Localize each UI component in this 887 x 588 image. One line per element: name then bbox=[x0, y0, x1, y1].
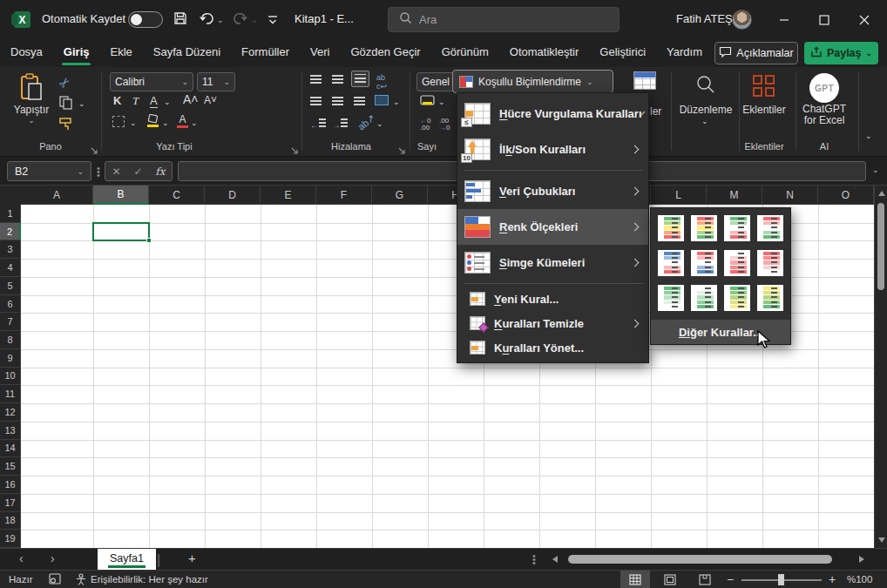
row-header-19[interactable]: 19 bbox=[0, 530, 21, 548]
enter-icon[interactable]: ✓ bbox=[133, 166, 142, 178]
add-sheet-button[interactable]: + bbox=[188, 551, 196, 565]
sheet-tab-active[interactable]: Sayfa1 bbox=[98, 549, 156, 571]
italic-button[interactable]: T bbox=[132, 94, 139, 108]
expand-formula-bar-icon[interactable]: ⌄ bbox=[872, 166, 879, 174]
ribbon-tab-g-r-n-m[interactable]: Görünüm bbox=[431, 39, 499, 67]
align-top-icon[interactable] bbox=[310, 75, 322, 84]
color-scale-option-10[interactable] bbox=[691, 285, 717, 311]
fill-handle[interactable] bbox=[146, 238, 152, 243]
macro-record-icon[interactable] bbox=[49, 573, 62, 587]
ribbon-tab-yard-m[interactable]: Yardım bbox=[656, 39, 713, 67]
comments-button[interactable]: Açıklamalar bbox=[714, 42, 798, 64]
row-header-1[interactable]: 1 bbox=[0, 205, 21, 223]
ribbon-tab-form-ller[interactable]: Formüller bbox=[231, 39, 300, 67]
fill-color-icon[interactable] bbox=[146, 114, 160, 132]
share-button[interactable]: Paylaş ⌄ bbox=[804, 42, 878, 64]
column-header-N[interactable]: N bbox=[762, 186, 818, 205]
tabbar-grip[interactable]: ••• bbox=[532, 554, 536, 564]
row-header-5[interactable]: 5 bbox=[0, 277, 21, 295]
addins-button-label[interactable]: Eklentiler bbox=[739, 104, 789, 116]
next-sheet-icon[interactable]: › bbox=[51, 551, 55, 565]
column-header-B[interactable]: B bbox=[93, 186, 149, 205]
font-name-select[interactable]: Calibri⌄ bbox=[110, 72, 193, 91]
zoom-in-button[interactable]: + bbox=[829, 572, 836, 586]
align-center-icon[interactable] bbox=[332, 97, 343, 106]
merge-dropdown-icon[interactable]: ⌄ bbox=[393, 98, 400, 106]
column-header-F[interactable]: F bbox=[316, 186, 372, 205]
wrap-text-icon[interactable]: abc↩ bbox=[376, 73, 387, 91]
column-header-M[interactable]: M bbox=[707, 186, 762, 205]
color-scale-option-8[interactable] bbox=[757, 250, 783, 276]
column-header-C[interactable]: C bbox=[149, 186, 205, 205]
menu-item-i-lk-son-kuralları[interactable]: 10İlk/Son Kuralları bbox=[457, 132, 648, 167]
row-header-7[interactable]: 7 bbox=[0, 313, 21, 331]
row-header-13[interactable]: 13 bbox=[0, 422, 21, 440]
avatar[interactable] bbox=[732, 10, 752, 30]
color-scale-option-9[interactable] bbox=[658, 285, 684, 311]
ribbon-tab-sayfa-d-zeni[interactable]: Sayfa Düzeni bbox=[143, 39, 231, 67]
column-header-L[interactable]: L bbox=[651, 186, 707, 205]
borders-icon[interactable] bbox=[112, 116, 125, 127]
accounting-dropdown-icon[interactable]: ⌄ bbox=[438, 98, 445, 106]
column-header-A[interactable]: A bbox=[21, 186, 93, 205]
align-middle-icon[interactable] bbox=[332, 75, 343, 84]
collapse-ribbon-icon[interactable]: ⌄ bbox=[865, 132, 872, 140]
undo-dropdown-icon[interactable]: ⌄ bbox=[217, 16, 224, 24]
prev-sheet-icon[interactable]: ‹ bbox=[19, 551, 24, 565]
ribbon-tab-otomatikle-tir[interactable]: Otomatikleştir bbox=[499, 39, 589, 67]
increase-indent-icon[interactable]: → bbox=[332, 118, 348, 130]
accounting-format-icon[interactable] bbox=[420, 94, 435, 110]
conditional-formatting-button[interactable]: Koşullu Biçimlendirme ⌄ bbox=[452, 70, 613, 93]
increase-decimal-icon[interactable]: ←0.00 bbox=[420, 118, 430, 132]
font-size-select[interactable]: 11⌄ bbox=[197, 72, 235, 91]
color-scale-option-1[interactable] bbox=[658, 215, 684, 241]
underline-button[interactable]: A bbox=[150, 94, 158, 108]
orientation-dropdown-icon[interactable]: ⌄ bbox=[376, 119, 383, 128]
dialog-launcher-icon[interactable] bbox=[290, 142, 298, 158]
align-right-icon[interactable] bbox=[354, 97, 365, 106]
insert-function-icon[interactable]: fx bbox=[155, 166, 165, 178]
page-break-view-button[interactable] bbox=[690, 571, 720, 588]
row-header-11[interactable]: 11 bbox=[0, 385, 21, 403]
save-icon[interactable] bbox=[173, 10, 188, 30]
menu-item-kuralları-yönet[interactable]: Kuralları Yönet... bbox=[457, 335, 648, 360]
editing-dropdown-icon[interactable]: ⌄ bbox=[701, 117, 708, 125]
minimize-button[interactable] bbox=[764, 0, 804, 39]
formula-bar-grip[interactable]: ••• bbox=[97, 166, 100, 177]
zoom-level[interactable]: %100 bbox=[847, 574, 872, 585]
vertical-scroll-thumb[interactable] bbox=[877, 203, 884, 290]
close-button[interactable] bbox=[844, 0, 884, 39]
decrease-decimal-icon[interactable]: .00→0 bbox=[439, 118, 450, 132]
color-scale-option-11[interactable] bbox=[724, 285, 750, 311]
editing-find-icon[interactable] bbox=[695, 74, 716, 98]
cancel-icon[interactable]: ✕ bbox=[112, 166, 120, 178]
borders-dropdown-icon[interactable]: ⌄ bbox=[130, 118, 137, 127]
dialog-launcher-icon[interactable] bbox=[90, 142, 98, 158]
autosave-toggle[interactable] bbox=[128, 11, 163, 28]
font-color-icon[interactable]: A bbox=[177, 113, 188, 128]
undo-icon[interactable] bbox=[199, 10, 215, 30]
row-header-12[interactable]: 12 bbox=[0, 403, 21, 422]
editing-label[interactable]: Düzenleme bbox=[675, 104, 736, 116]
copy-dropdown-icon[interactable]: ⌄ bbox=[78, 99, 85, 108]
paste-button[interactable]: Yapıştır ⌄ bbox=[9, 71, 54, 140]
horizontal-scroll-thumb[interactable] bbox=[568, 555, 832, 564]
accessibility-icon[interactable] bbox=[75, 573, 87, 587]
vertical-scrollbar[interactable] bbox=[874, 186, 887, 548]
row-header-18[interactable]: 18 bbox=[0, 512, 21, 531]
color-scale-option-5[interactable] bbox=[658, 250, 684, 276]
ribbon-tab-geli-tirici[interactable]: Geliştirici bbox=[589, 39, 656, 67]
maximize-button[interactable] bbox=[804, 0, 844, 39]
font-color-dropdown-icon[interactable]: ⌄ bbox=[191, 118, 198, 127]
row-header-4[interactable]: 4 bbox=[0, 259, 21, 277]
row-header-16[interactable]: 16 bbox=[0, 476, 21, 494]
menu-item-kuralları-temizle[interactable]: Kuralları Temizle bbox=[457, 311, 648, 335]
menu-item-renk-ölçekleri[interactable]: Renk Ölçekleri bbox=[457, 209, 648, 245]
menu-item-simge-kümeleri[interactable]: Simge Kümeleri bbox=[457, 245, 648, 280]
normal-view-button[interactable] bbox=[620, 571, 650, 588]
addins-icon[interactable] bbox=[753, 75, 775, 98]
row-header-10[interactable]: 10 bbox=[0, 368, 21, 386]
zoom-out-button[interactable]: − bbox=[727, 572, 734, 586]
ribbon-tab-ekle[interactable]: Ekle bbox=[99, 39, 142, 67]
scroll-down-icon[interactable] bbox=[878, 537, 885, 543]
